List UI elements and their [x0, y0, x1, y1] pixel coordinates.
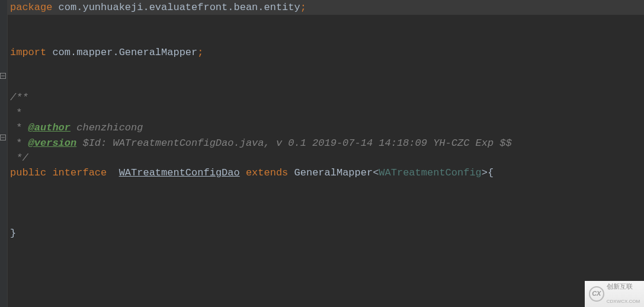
watermark-logo-icon: CX [589, 286, 604, 302]
interface-name: WATreatmentConfigDao [119, 167, 240, 178]
watermark-brand: 创新互联 [607, 279, 640, 294]
javadoc-open: /** [10, 92, 28, 103]
interface-keyword: interface [46, 167, 107, 178]
import-path: com.mapper.GeneralMapper [46, 47, 197, 58]
javadoc-author-value: chenzhicong [71, 122, 143, 133]
editor-gutter [0, 0, 8, 307]
javadoc-author-tag: @author [28, 122, 71, 133]
close-brace: } [10, 228, 16, 239]
open-brace: { [488, 167, 494, 178]
angle-open: < [373, 167, 379, 178]
semicolon: ; [197, 47, 203, 58]
semicolon: ; [300, 2, 306, 13]
watermark-url: CDXWCX.COM [607, 294, 640, 307]
fold-handle-interface[interactable] [0, 134, 7, 141]
public-keyword: public [10, 167, 46, 178]
watermark: CX 创新互联 CDXWCX.COM [585, 281, 644, 307]
javadoc-version-value: $Id: WATreatmentConfigDao.java, v 0.1 20… [76, 137, 512, 149]
javadoc-star: * [10, 137, 28, 149]
javadoc-version-tag: @version [28, 137, 77, 149]
fold-handle-comment[interactable] [0, 72, 7, 79]
code-content[interactable]: package com.yunhuakeji.evaluatefront.bea… [8, 0, 644, 307]
package-keyword: package [10, 2, 52, 13]
javadoc-star: * [10, 107, 22, 119]
parent-class: GeneralMapper [288, 167, 373, 178]
code-editor[interactable]: package com.yunhuakeji.evaluatefront.bea… [0, 0, 644, 307]
extends-keyword: extends [240, 167, 289, 178]
import-keyword: import [10, 47, 46, 58]
javadoc-star: * [10, 122, 28, 133]
javadoc-close: */ [10, 152, 28, 164]
angle-close: > [482, 167, 488, 178]
package-path: com.yunhuakeji.evaluatefront.bean.entity [52, 2, 300, 13]
type-parameter: WATreatmentConfig [379, 167, 481, 178]
